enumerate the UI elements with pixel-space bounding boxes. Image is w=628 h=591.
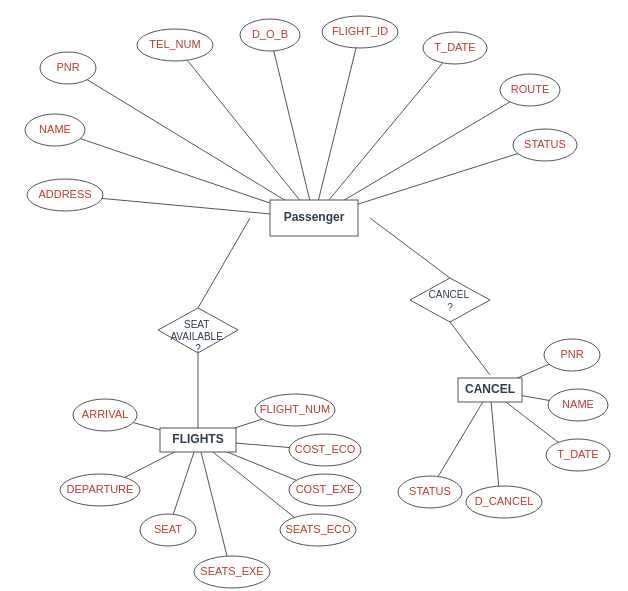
attr-cancel-name-label: NAME: [562, 398, 594, 410]
attr-seat-label: SEAT: [154, 523, 182, 535]
attr-route-label: ROUTE: [511, 83, 550, 95]
attr-status-top-label: STATUS: [524, 138, 566, 150]
attr-flight-num-label: FLIGHT_NUM: [260, 403, 330, 415]
attr-dob-label: D_O_B: [252, 28, 288, 40]
attr-departure-label: DEPARTURE: [67, 483, 134, 495]
cancel-label: CANCEL: [465, 382, 515, 396]
cancel-rel-diamond: [410, 278, 490, 322]
svg-line-25: [490, 390, 500, 500]
attr-cancel-pnr-label: PNR: [560, 348, 583, 360]
attr-cost-exe-label: COST_EXE: [296, 483, 355, 495]
svg-line-9: [198, 218, 250, 308]
attr-seats-eco-label: SEATS_ECO: [285, 523, 351, 535]
attr-d-cancel-label: D_CANCEL: [475, 495, 534, 507]
svg-line-24: [430, 390, 490, 490]
attr-cancel-t-date-label: T_DATE: [557, 448, 598, 460]
svg-line-12: [450, 322, 490, 375]
svg-line-0: [68, 68, 314, 218]
attr-flight-id-label: FLIGHT_ID: [332, 25, 388, 37]
er-diagram: Passenger FLIGHTS CANCEL SEAT AVAILABLE …: [0, 0, 628, 591]
attr-seats-exe-label: SEATS_EXE: [200, 565, 263, 577]
attr-name-label: NAME: [39, 123, 71, 135]
attr-address-label: ADDRESS: [38, 188, 91, 200]
svg-line-11: [370, 218, 450, 278]
svg-line-16: [198, 440, 230, 568]
attr-cost-eco-label: COST_ECO: [295, 443, 356, 455]
flights-label: FLIGHTS: [172, 432, 223, 446]
attr-t-date-label: T_DATE: [434, 41, 475, 53]
attr-cancel-status-label: STATUS: [409, 485, 451, 497]
attr-arrival-label: ARRIVAL: [82, 408, 128, 420]
svg-line-7: [314, 90, 530, 218]
passenger-label: Passenger: [284, 210, 345, 224]
attr-pnr-label: PNR: [56, 61, 79, 73]
attr-tel-num-label: TEL_NUM: [149, 38, 200, 50]
